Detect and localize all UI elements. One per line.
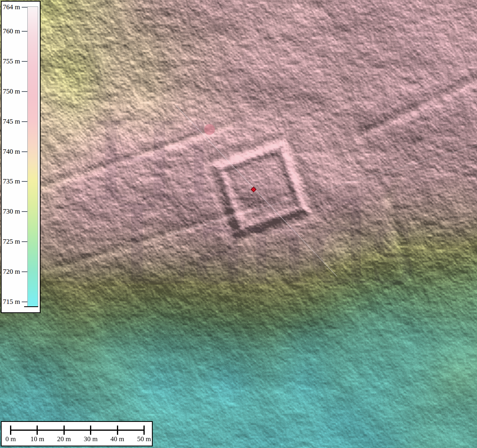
legend-tick xyxy=(22,31,27,32)
scale-bar-tick xyxy=(143,426,145,435)
legend-tick-label: 730 m xyxy=(2,208,20,216)
terrain-hillshade-canvas xyxy=(0,0,477,448)
scale-bar-label: 0 m xyxy=(0,435,23,443)
scale-bar-label: 10 m xyxy=(25,435,49,443)
legend-tick-label: 740 m xyxy=(2,148,20,156)
legend-tick-label: 745 m xyxy=(2,118,20,126)
scale-bar-tick xyxy=(117,426,118,435)
legend-tick xyxy=(22,271,27,272)
legend-tick-label: 715 m xyxy=(2,298,20,306)
legend-tick-label: 755 m xyxy=(2,57,20,65)
lidar-map-viewport: Hi Lands 764 m760 m755 m750 m745 m740 m7… xyxy=(0,0,477,448)
legend-tick xyxy=(22,211,27,212)
scale-bar-tick xyxy=(63,426,65,435)
legend-tick-label: 750 m xyxy=(2,88,20,96)
legend-tick xyxy=(22,121,27,122)
legend-tick xyxy=(22,61,27,62)
watermark-i-dot xyxy=(204,124,215,135)
scale-bar-label: 50 m xyxy=(132,435,156,443)
legend-tick xyxy=(22,7,27,8)
scale-bar-tick xyxy=(90,426,91,435)
colorbar-baseline xyxy=(24,306,38,307)
legend-tick xyxy=(22,91,27,92)
scale-bar-line xyxy=(10,430,145,431)
legend-tick-label: 760 m xyxy=(2,27,20,35)
elevation-colorbar xyxy=(27,6,38,307)
scale-bar-label: 20 m xyxy=(52,435,76,443)
legend-tick xyxy=(22,301,27,302)
scale-bar: 0 m10 m20 m30 m40 m50 m xyxy=(1,421,153,446)
scale-bar-label: 40 m xyxy=(105,435,129,443)
legend-tick xyxy=(22,181,27,182)
legend-tick xyxy=(22,151,27,152)
scale-bar-label: 30 m xyxy=(79,435,103,443)
legend-tick xyxy=(22,241,27,242)
scale-bar-tick xyxy=(10,426,11,435)
legend-tick-label: 725 m xyxy=(2,238,20,246)
legend-tick-label: 720 m xyxy=(2,268,20,276)
legend-tick-label: 735 m xyxy=(2,177,20,185)
elevation-legend: 764 m760 m755 m750 m745 m740 m735 m730 m… xyxy=(1,1,41,313)
legend-tick-label: 764 m xyxy=(2,3,20,11)
scale-bar-tick xyxy=(37,426,38,435)
